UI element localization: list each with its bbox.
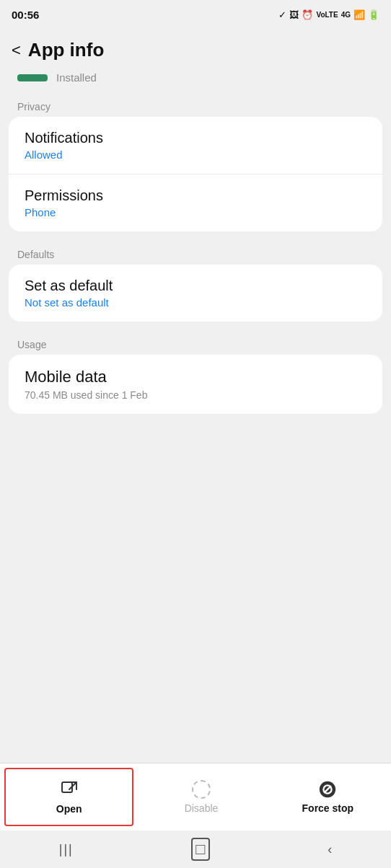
signal-bars-icon: 📶 xyxy=(353,9,365,20)
mobile-data-title: Mobile data xyxy=(25,368,366,386)
bottom-action-bar: Open Disable Force stop xyxy=(0,763,391,831)
privacy-section-label: Privacy xyxy=(0,95,391,117)
back-button[interactable]: < xyxy=(12,41,21,60)
defaults-section-label: Defaults xyxy=(0,243,391,265)
notifications-item[interactable]: Notifications Allowed xyxy=(9,117,382,174)
permissions-item[interactable]: Permissions Phone xyxy=(9,174,382,231)
disable-button[interactable]: Disable xyxy=(138,770,264,824)
nav-bar: ||| □ ‹ xyxy=(0,831,391,868)
lte-text: 4G xyxy=(341,11,351,19)
force-stop-icon xyxy=(318,780,337,799)
app-installed-row: Installed xyxy=(0,68,391,95)
usage-card: Mobile data 70.45 MB used since 1 Feb xyxy=(9,355,382,414)
check-icon: ✓ xyxy=(278,9,286,20)
mobile-data-item[interactable]: Mobile data 70.45 MB used since 1 Feb xyxy=(9,355,382,414)
defaults-card: Set as default Not set as default xyxy=(9,265,382,322)
page-title: App info xyxy=(28,39,104,61)
disable-label: Disable xyxy=(185,802,219,814)
image-icon: 🖼 xyxy=(289,9,299,20)
open-button[interactable]: Open xyxy=(4,768,133,826)
app-icon xyxy=(17,74,48,81)
battery-icon: 🔋 xyxy=(368,9,379,20)
disable-icon xyxy=(192,780,211,799)
recent-apps-icon[interactable]: ||| xyxy=(59,842,74,857)
home-icon[interactable]: □ xyxy=(191,838,209,861)
notifications-title: Notifications xyxy=(25,130,366,146)
privacy-card: Notifications Allowed Permissions Phone xyxy=(9,117,382,231)
set-as-default-item[interactable]: Set as default Not set as default xyxy=(9,265,382,322)
mobile-data-subtitle: 70.45 MB used since 1 Feb xyxy=(25,389,366,401)
set-as-default-title: Set as default xyxy=(25,278,366,294)
status-bar: 00:56 ✓ 🖼 ⏰ VoLTE 4G 📶 🔋 xyxy=(0,0,391,29)
header: < App info xyxy=(0,29,391,68)
permissions-value: Phone xyxy=(25,206,366,218)
status-icons: ✓ 🖼 ⏰ VoLTE 4G 📶 🔋 xyxy=(278,9,379,20)
installed-text: Installed xyxy=(56,71,97,84)
signal-text: VoLTE xyxy=(316,11,338,19)
alarm-icon: ⏰ xyxy=(302,9,313,20)
force-stop-label: Force stop xyxy=(302,802,354,814)
force-stop-button[interactable]: Force stop xyxy=(265,770,391,824)
permissions-title: Permissions xyxy=(25,187,366,204)
status-time: 00:56 xyxy=(12,9,39,21)
usage-section-label: Usage xyxy=(0,333,391,355)
notifications-status: Allowed xyxy=(25,149,366,161)
open-icon xyxy=(59,779,79,800)
open-label: Open xyxy=(56,803,82,815)
set-as-default-value: Not set as default xyxy=(25,296,366,309)
back-nav-icon[interactable]: ‹ xyxy=(328,842,332,857)
